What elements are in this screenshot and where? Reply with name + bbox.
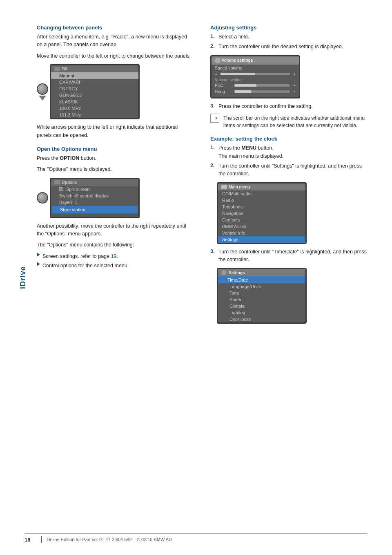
- content-area: Changing between panels After selecting …: [37, 25, 368, 330]
- settings-row-lighting: Lighting: [218, 309, 305, 316]
- fm-row-energy: ENERGY: [51, 85, 138, 92]
- fm-row-klassik: KLASSIK: [51, 98, 138, 105]
- menu-row-cd: CD/Multimedia: [218, 190, 305, 197]
- menu-row-navigation: Navigation: [218, 210, 305, 217]
- clock-step2: 2. Turn the controller until "Settings" …: [210, 162, 368, 178]
- main-menu-title: Main menu: [229, 185, 250, 189]
- adjust-step3-text: Press the controller to confirm the sett…: [218, 103, 313, 110]
- main-menu-icon: [221, 185, 227, 189]
- adjust-step1: 1. Select a field.: [210, 33, 368, 41]
- gong-bar: [234, 90, 290, 93]
- volume-row-gong: Gong – +: [212, 89, 299, 95]
- options-header-label: Options: [62, 180, 77, 185]
- changing-panels-section: Changing between panels After selecting …: [37, 25, 194, 139]
- gong-fill: [234, 90, 251, 93]
- options-press-text: Press the OPTION button.: [37, 154, 194, 162]
- options-screen: Options Split screen Switch off control …: [50, 178, 140, 218]
- bullet-triangle-2: [37, 262, 40, 266]
- fm-screen-wrapper: FM Manual CARIVARI ENERGY GONG96.3 KLASS…: [37, 64, 194, 119]
- doorlocks-label: Door locks: [229, 317, 251, 322]
- settings-row-speed: Speed: [218, 296, 305, 303]
- menu-row-vehicle: Vehicle Info: [218, 230, 305, 236]
- options-screen-header: Options: [51, 179, 138, 186]
- main-menu-screen: Main menu CD/Multimedia Radio Telephone …: [217, 182, 307, 244]
- changing-panels-para2: Move the controller to the left or right…: [37, 52, 194, 60]
- bullet-link-19[interactable]: 19: [111, 253, 116, 259]
- footer-divider: [41, 536, 42, 543]
- sidebar-label: iDrive: [19, 266, 27, 289]
- options-press-pre: Press the: [37, 155, 60, 161]
- options-row-switch: Switch off control display: [51, 192, 138, 199]
- adjust-step2-text: Turn the controller until the desired se…: [218, 43, 343, 51]
- page-container: iDrive Changing between panels After sel…: [0, 0, 392, 555]
- left-column: Changing between panels After selecting …: [37, 25, 194, 330]
- main-menu-header: Main menu: [218, 184, 305, 190]
- pdc-bar: [234, 84, 290, 87]
- adjusting-settings-section: Adjusting settings 1. Select a field. 2.…: [210, 25, 368, 129]
- fm-row-gong: GONG96.3: [51, 92, 138, 98]
- volume-title: Volume settings: [222, 58, 253, 62]
- options-row-split: Split screen: [51, 186, 138, 192]
- timedate-check: ✓: [222, 277, 226, 282]
- clock-step3: 3. Turn the controller until "Time/Date"…: [210, 248, 368, 264]
- controller-options: [37, 192, 48, 204]
- pdc-fill: [234, 84, 257, 87]
- page-footer: 18 Online Edition for Part no. 01 41 2 6…: [24, 533, 368, 543]
- menu-row-contacts: Contacts: [218, 217, 305, 223]
- controller-left: [37, 83, 48, 101]
- menu-row-settings: Settings: [218, 236, 305, 243]
- settings-header: Settings: [218, 269, 305, 276]
- switch-display-label: Switch off control display: [59, 193, 109, 198]
- example-clock-section: Example: setting the clock 1. Press the …: [210, 136, 368, 324]
- scroll-note: The scroll bar on the right side indicat…: [210, 113, 368, 129]
- page-number: 18: [24, 537, 34, 543]
- options-press-post: button.: [79, 155, 96, 161]
- pdc-label: PDC: [215, 83, 227, 88]
- fm-row-manual: Manual: [51, 72, 138, 79]
- clock-step1-text: Press the MENU button. The main menu is …: [218, 144, 283, 160]
- menu-row-radio: Radio: [218, 197, 305, 204]
- options-row-bayern: Bayern 1: [51, 199, 138, 206]
- fm-header-icon: [54, 67, 60, 71]
- volume-bar-speed: – +: [212, 71, 299, 77]
- option-button-label: OPTION: [60, 155, 79, 161]
- settings-row-timedate: ✓ Time/Date: [218, 276, 305, 283]
- options-menu-section: Open the Options menu Press the OPTION b…: [37, 146, 194, 269]
- options-row-store: Store station: [52, 206, 138, 213]
- bayern-label: Bayern 1: [59, 200, 77, 205]
- fm-header-label: FM: [62, 67, 67, 71]
- bullet-screen-settings: Screen settings, refer to page 19.: [37, 253, 194, 260]
- adjust-step1-text: Select a field.: [218, 33, 249, 41]
- options-contains-para: The "Options" menu contains the followin…: [37, 241, 194, 249]
- settings-title: Settings: [229, 271, 245, 275]
- bullet-control-text: Control options for the selected menu.: [42, 262, 129, 270]
- lighting-label: Lighting: [229, 310, 245, 315]
- options-menu-title: Open the Options menu: [37, 146, 194, 152]
- scroll-box-icon: [210, 114, 219, 123]
- options-another-para: Another possibility: move the controller…: [37, 222, 194, 238]
- gong-label: Gong: [215, 90, 227, 94]
- vol-setting-label: Volume setting:: [212, 77, 299, 83]
- speed-vol-bar: [220, 73, 290, 75]
- speed-vol-fill: [220, 73, 255, 75]
- settings-row-tone: Tone: [218, 290, 305, 296]
- adjust-step3: 3. Press the controller to confirm the s…: [210, 103, 368, 110]
- example-clock-title: Example: setting the clock: [210, 136, 368, 142]
- changing-panels-para1: After selecting a menu item, e.g. "Radio…: [37, 33, 194, 49]
- options-header-icon: [54, 180, 60, 184]
- split-screen-label: Split screen: [66, 187, 89, 192]
- footer-copyright: Online Edition for Part no. 01 41 2 604 …: [47, 537, 172, 542]
- climate-label: Climate: [229, 304, 245, 309]
- arrow-down-icon: [39, 96, 46, 101]
- settings-row-climate: Climate: [218, 303, 305, 309]
- volume-gear-icon: [215, 58, 220, 63]
- bullet-screen-text: Screen settings, refer to page 19.: [42, 253, 118, 260]
- fm-row-101mhz: 101.3 MHz: [51, 112, 138, 118]
- scroll-note-text: The scroll bar on the right side indicat…: [223, 114, 368, 129]
- right-column: Adjusting settings 1. Select a field. 2.…: [210, 25, 368, 330]
- speed-volume-label: Speed volume: [212, 65, 299, 71]
- options-screen-wrapper: Options Split screen Switch off control …: [37, 178, 194, 218]
- store-station-label: Store station: [60, 207, 85, 212]
- tone-label: Tone: [229, 291, 239, 295]
- options-displayed-text: The "Options" menu is displayed.: [37, 166, 194, 173]
